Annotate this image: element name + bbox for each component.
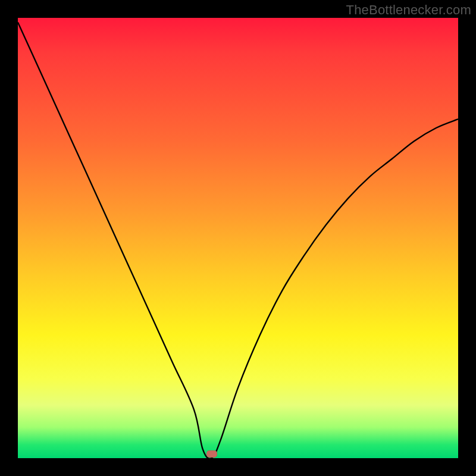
watermark-text: TheBottlenecker.com [346, 2, 471, 18]
curve-path [18, 22, 458, 459]
bottleneck-curve [18, 18, 458, 458]
chart-plot-area [18, 18, 458, 458]
optimal-point-marker [206, 450, 217, 458]
